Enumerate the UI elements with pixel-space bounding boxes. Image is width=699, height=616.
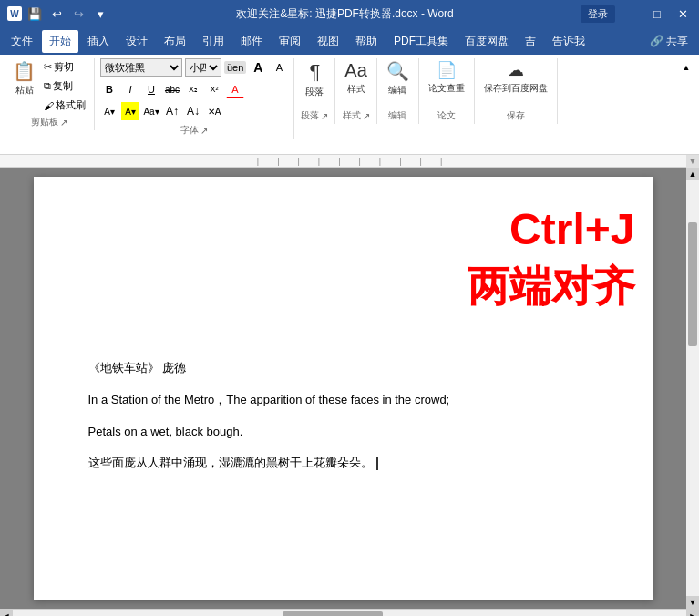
menu-ji[interactable]: 吉 xyxy=(518,30,543,53)
quick-redo-btn[interactable]: ↪ xyxy=(69,5,87,23)
ribbon-expand-btn[interactable]: ▲ xyxy=(679,60,694,75)
paragraph-expand-icon[interactable]: ↗ xyxy=(321,111,328,121)
h-scroll-thumb[interactable] xyxy=(283,611,384,616)
ribbon-group-styles: Aa 样式 样式 ↗ xyxy=(335,58,376,124)
font-highlight-row: A▾ A▾ Aa▾ A↑ A↓ ✕A xyxy=(100,102,223,120)
char-shrink-btn[interactable]: A↓ xyxy=(184,102,202,120)
paper-check-btn[interactable]: 📄 论文查重 xyxy=(425,58,468,97)
menu-references[interactable]: 引用 xyxy=(195,30,231,53)
styles-label: 样式 xyxy=(343,109,361,122)
cut-button[interactable]: ✂ 剪切 xyxy=(41,58,88,76)
menu-design[interactable]: 设计 xyxy=(118,30,155,53)
underline-btn[interactable]: U xyxy=(142,80,160,98)
clipboard-content: 📋 粘贴 ✂ 剪切 ⧉ 复制 🖌 格式刷 xyxy=(9,58,88,114)
paragraph-settings-btn[interactable]: ¶ 段落 xyxy=(300,58,329,100)
shortcut-overlay: Ctrl+J xyxy=(509,204,634,254)
close-button[interactable]: ✕ xyxy=(673,5,692,23)
ribbon-group-paper: 📄 论文查重 论文 xyxy=(419,58,475,124)
grow-font-btn[interactable]: A xyxy=(249,58,267,77)
baidu-content: ☁ 保存到百度网盘 xyxy=(480,58,551,108)
ribbon: 📋 粘贴 ✂ 剪切 ⧉ 复制 🖌 格式刷 xyxy=(0,55,699,155)
ruler-expand-btn[interactable]: ▼ xyxy=(686,155,699,168)
font-size-unit: üen xyxy=(224,61,246,74)
copy-button[interactable]: ⧉ 复制 xyxy=(41,77,88,95)
vertical-scrollbar: ▲ ▼ xyxy=(686,168,699,609)
quick-undo-btn[interactable]: ↩ xyxy=(47,5,66,23)
clipboard-expand-icon[interactable]: ↗ xyxy=(60,118,67,128)
scroll-thumb[interactable] xyxy=(688,222,697,347)
menu-review[interactable]: 审阅 xyxy=(272,30,308,53)
quick-save-btn[interactable]: 💾 xyxy=(26,5,44,23)
font-size-select[interactable]: 小四 xyxy=(185,58,221,77)
paste-button[interactable]: 📋 粘贴 xyxy=(9,58,39,98)
ribbon-group-paragraph: ¶ 段落 段落 ↗ xyxy=(294,58,335,124)
scroll-up-arrow[interactable]: ▲ xyxy=(686,168,699,180)
font-name-select[interactable]: 微软雅黑 xyxy=(100,58,182,77)
paragraph-content: ¶ 段落 xyxy=(300,58,329,108)
shading-btn[interactable]: A▾ xyxy=(121,102,139,120)
ribbon-content: 📋 粘贴 ✂ 剪切 ⧉ 复制 🖌 格式刷 xyxy=(4,58,695,154)
subscript-btn[interactable]: X₂ xyxy=(184,80,202,98)
poem-title-line: 《地铁车站》 庞德 xyxy=(88,359,599,378)
scroll-down-arrow[interactable]: ▼ xyxy=(686,596,699,609)
baidu-save-btn[interactable]: ☁ 保存到百度网盘 xyxy=(480,58,551,97)
document-scroll[interactable]: Ctrl+J 两端对齐 《地铁车站》 庞德 In a Station of th… xyxy=(0,168,686,609)
scroll-right-arrow[interactable]: ► xyxy=(686,610,699,617)
styles-content: Aa 样式 xyxy=(341,58,370,108)
menu-share[interactable]: 🔗 共享 xyxy=(642,30,695,53)
shrink-font-btn[interactable]: A xyxy=(270,58,288,77)
scroll-track[interactable] xyxy=(686,180,699,596)
login-button[interactable]: 登录 xyxy=(581,5,615,23)
highlight-btn[interactable]: A▾ xyxy=(100,102,118,120)
font-format-row: B I U abc X₂ X² A xyxy=(100,80,244,98)
strikethrough-btn[interactable]: abc xyxy=(163,80,181,98)
font-name-row: 微软雅黑 小四 üen A A xyxy=(100,58,288,77)
menu-mailings[interactable]: 邮件 xyxy=(233,30,270,53)
font-color-btn[interactable]: A xyxy=(226,80,244,98)
font-content: 微软雅黑 小四 üen A A B I U abc X₂ X² A xyxy=(100,58,288,122)
word-icon: W xyxy=(7,6,22,21)
restore-button[interactable]: □ xyxy=(648,5,666,23)
title-bar: W 💾 ↩ ↪ ▾ 欢迎关注&星标: 迅捷PDF转换器.docx - Word … xyxy=(0,0,699,27)
paper-icon: 📄 xyxy=(437,60,457,80)
editing-content: 🔍 编辑 xyxy=(383,58,413,108)
editing-icon: 🔍 xyxy=(386,60,409,82)
title-left-controls: W 💾 ↩ ↪ ▾ xyxy=(7,5,109,23)
menu-insert[interactable]: 插入 xyxy=(80,30,117,53)
editing-btn[interactable]: 🔍 编辑 xyxy=(383,58,413,98)
menu-pdf[interactable]: PDF工具集 xyxy=(386,30,456,53)
menu-tellme[interactable]: 告诉我 xyxy=(545,30,592,53)
menu-file[interactable]: 文件 xyxy=(4,30,40,53)
font-expand-icon[interactable]: ↗ xyxy=(200,126,208,136)
quick-dropdown-btn[interactable]: ▾ xyxy=(91,5,109,23)
title-text: 欢迎关注&星标: 迅捷PDF转换器.docx - Word xyxy=(109,6,581,22)
paper-content: 📄 论文查重 xyxy=(425,58,468,108)
editing-label: 编辑 xyxy=(388,109,406,122)
format-painter-button[interactable]: 🖌 格式刷 xyxy=(41,97,88,114)
styles-btn[interactable]: Aa 样式 xyxy=(341,58,370,98)
text-cursor xyxy=(376,457,378,470)
menu-baidu[interactable]: 百度网盘 xyxy=(457,30,516,53)
font-label: 字体 xyxy=(180,124,199,137)
menu-layout[interactable]: 布局 xyxy=(157,30,193,53)
bold-btn[interactable]: B xyxy=(100,80,118,98)
styles-icon: Aa xyxy=(344,60,366,81)
superscript-btn[interactable]: X² xyxy=(205,80,223,98)
english-line-1: In a Station of the Metro，The apparition… xyxy=(88,391,599,410)
char-spacing-btn[interactable]: A↑ xyxy=(163,102,181,120)
styles-expand-icon[interactable]: ↗ xyxy=(363,111,370,121)
menu-home[interactable]: 开始 xyxy=(42,30,78,53)
italic-btn[interactable]: I xyxy=(121,80,139,98)
ribbon-group-clipboard: 📋 粘贴 ✂ 剪切 ⧉ 复制 🖌 格式刷 xyxy=(4,58,95,130)
menu-help[interactable]: 帮助 xyxy=(348,30,385,53)
menu-view[interactable]: 视图 xyxy=(310,30,346,53)
h-scroll-track[interactable] xyxy=(13,610,686,616)
minimize-button[interactable]: — xyxy=(622,5,641,23)
horizontal-scrollbar: ◄ ► xyxy=(0,609,699,616)
change-case-btn[interactable]: Aa▾ xyxy=(142,102,160,120)
scroll-left-arrow[interactable]: ◄ xyxy=(0,610,13,617)
format-painter-icon: 🖌 xyxy=(44,100,54,111)
clear-format-btn[interactable]: ✕A xyxy=(205,102,223,120)
ruler: |||||||||| ▼ xyxy=(0,155,699,168)
align-label-overlay: 两端对齐 xyxy=(468,259,635,315)
